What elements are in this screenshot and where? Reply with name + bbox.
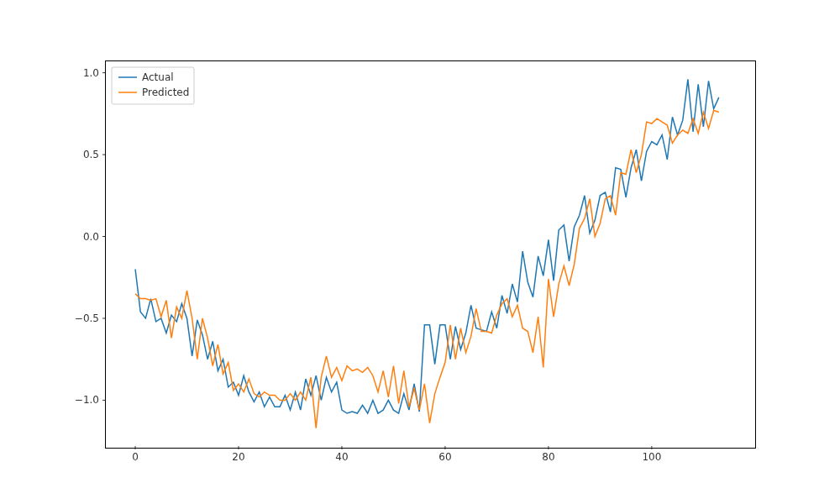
xtick-label: 100 (642, 451, 661, 463)
xtick-label: 60 (438, 451, 451, 463)
legend-label-predicted: Predicted (142, 87, 189, 98)
figure: 020406080100 −1.0−0.50.00.51.0 Actual Pr… (0, 0, 840, 504)
legend-label-actual: Actual (142, 71, 174, 83)
ytick-label: 0.0 (83, 231, 99, 243)
xtick-label: 0 (132, 451, 139, 463)
xtick-label: 40 (335, 451, 348, 463)
ytick-label: −1.0 (75, 394, 99, 406)
axes: 020406080100 −1.0−0.50.00.51.0 Actual Pr… (105, 60, 756, 449)
line-predicted (135, 110, 719, 428)
xtick-label: 80 (542, 451, 554, 463)
line-actual (135, 79, 719, 413)
ytick-group: −1.0−0.50.00.51.0 (75, 67, 106, 407)
plot-svg: 020406080100 −1.0−0.50.00.51.0 Actual Pr… (106, 61, 755, 448)
ytick-label: 0.5 (83, 149, 99, 160)
legend: Actual Predicted (112, 67, 194, 104)
xtick-label: 20 (232, 451, 244, 463)
xtick-group: 020406080100 (132, 446, 661, 463)
ytick-label: 1.0 (83, 67, 99, 79)
ytick-label: −0.5 (75, 312, 99, 324)
